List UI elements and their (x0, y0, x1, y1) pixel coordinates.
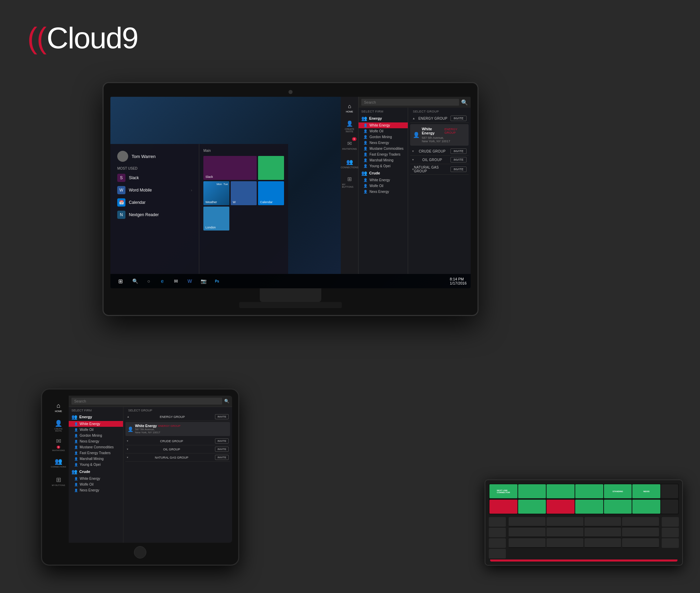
t-sidebar-home[interactable]: ⌂ HOME (50, 398, 67, 416)
num-enter[interactable] (584, 538, 621, 548)
kbd-green-2[interactable] (575, 500, 603, 514)
num-7[interactable] (584, 528, 621, 537)
app-calendar[interactable]: 📅 Calendar (115, 196, 195, 209)
sidebar-home[interactable]: ⌂ HOME (342, 100, 357, 117)
white-energy-card: 👤 White Energy ENERGY GROUP 587 5th Aven… (410, 124, 469, 146)
kbd-side-3[interactable] (489, 538, 506, 548)
kbd-btn-3[interactable] (547, 484, 575, 498)
tablet-search-input[interactable] (71, 398, 222, 405)
firm-marshall[interactable]: 👤 Marshall Mining (359, 157, 408, 163)
kbd-green-4[interactable] (632, 500, 660, 514)
t-firm-wolfe-oil[interactable]: 👤 Wolfe Oil (69, 427, 123, 433)
tile-word[interactable]: W (231, 181, 257, 205)
num-4[interactable] (622, 517, 659, 527)
num-8[interactable] (622, 528, 659, 537)
firm-crude-wolfe[interactable]: 👤 Wolfe Oil (359, 183, 408, 189)
t-sidebar-buttons[interactable]: ⊞ MY BUTTONS (50, 472, 67, 490)
kbd-side-4[interactable] (489, 549, 506, 558)
t-firm-mustane[interactable]: 👤 Mustane Commodities (69, 444, 123, 450)
kbd-side-2[interactable] (489, 528, 506, 537)
kbd-r-side-3[interactable] (662, 538, 679, 548)
num-1[interactable] (509, 517, 546, 527)
tile-london[interactable]: London (203, 207, 229, 230)
t-invite-crude[interactable]: INVITE (215, 438, 229, 444)
sidebar-connections[interactable]: 👥 CONNECTIONS (342, 155, 357, 172)
invite-energy-btn[interactable]: INVITE (450, 116, 467, 121)
num-9[interactable] (509, 538, 546, 548)
taskbar-word[interactable]: W (184, 275, 196, 287)
t-invite-natgas[interactable]: INVITE (215, 455, 229, 460)
firm-nexs-energy[interactable]: 👤 Nexs Energy (359, 140, 408, 146)
crude-group-header[interactable]: 👥 Crude (359, 169, 408, 177)
num-0[interactable] (547, 538, 583, 548)
t-energy-header[interactable]: 👥 Energy (69, 413, 123, 421)
num-2[interactable] (547, 517, 583, 527)
firm-wolfe-oil[interactable]: 👤 Wolfe Oil (359, 128, 408, 134)
tile-calendar[interactable]: Calendar (258, 181, 284, 205)
taskbar-ps[interactable]: Ps (211, 275, 223, 287)
invite-crude-btn[interactable]: INVITE (450, 148, 467, 154)
kbd-btn-6[interactable]: NEXIS (632, 484, 660, 498)
kbd-btn-4[interactable] (575, 484, 603, 498)
tile-app1[interactable] (258, 156, 284, 180)
energy-group-header[interactable]: 👥 Energy (359, 114, 408, 122)
firm-gordon-mining[interactable]: 👤 Gordon Mining (359, 134, 408, 140)
app-nextgen[interactable]: N Nextgen Reader (115, 209, 195, 221)
t-firm-marshall[interactable]: 👤 Marshall Mining (69, 456, 123, 462)
t-home-icon: ⌂ (57, 402, 60, 409)
t-crude-white[interactable]: 👤 White Energy (69, 476, 123, 482)
t-sidebar-connections[interactable]: 👥 CONNECTIONS (50, 454, 67, 472)
kbd-red-1[interactable] (489, 500, 517, 514)
tablet-home-button[interactable] (134, 546, 146, 558)
kbd-side-1[interactable] (489, 517, 506, 527)
t-invite-oil[interactable]: INVITE (215, 447, 229, 452)
taskbar-search[interactable]: 🔍 (129, 275, 141, 287)
firm-white-energy[interactable]: 👤 White Energy (359, 122, 408, 128)
t-crude-header[interactable]: 👥 Crude (69, 467, 123, 476)
sidebar-invitations[interactable]: ✉ 9 INVITATIONS (342, 136, 357, 154)
taskbar-mail[interactable]: ✉ (170, 275, 182, 287)
app-word[interactable]: W Word Mobile › (115, 184, 195, 196)
t-crude-nexs[interactable]: 👤 Nexs Energy (69, 487, 123, 493)
firm-crude-nexs[interactable]: 👤 Nexs Energy (359, 189, 408, 195)
t-firm-young[interactable]: 👤 Young & Opei (69, 462, 123, 467)
tile-weather[interactable]: Mon Tue Weather (203, 181, 229, 205)
t-sidebar-create[interactable]: 👤 CREATEINVITE (50, 417, 67, 435)
sidebar-create-invite[interactable]: 👤 CREATEINVITE (342, 118, 357, 135)
kbd-green-1[interactable] (518, 500, 546, 514)
num-clear[interactable] (622, 538, 659, 548)
t-firm-nexs[interactable]: 👤 Nexs Energy (69, 438, 123, 444)
sidebar-my-buttons[interactable]: ⊞ MY BUTTONS (342, 173, 357, 190)
num-3[interactable] (584, 517, 621, 527)
num-5[interactable] (509, 528, 546, 537)
kbd-btn-next-line[interactable]: NEXT LINECONNECTOR (489, 484, 517, 498)
kbd-r-side-1[interactable] (662, 517, 679, 527)
t-firm-gordon[interactable]: 👤 Gordon Mining (69, 433, 123, 438)
kbd-btn-5[interactable]: STANDING (604, 484, 632, 498)
num-6[interactable] (547, 528, 583, 537)
t-firm-white-energy[interactable]: 👤 White Energy (69, 421, 123, 427)
c9-search-input[interactable] (361, 99, 459, 106)
monitor-container: Tom Warren Most used S Slack W Word Mobi… (103, 82, 479, 316)
t-crude-wolfe[interactable]: 👤 Wolfe Oil (69, 482, 123, 487)
t-sidebar-invitations[interactable]: ✉ 9 INVITATIONS (50, 435, 67, 453)
kbd-red-2[interactable] (547, 500, 575, 514)
t-firm-fast[interactable]: 👤 Fast Energy Traders (69, 450, 123, 456)
kbd-green-3[interactable] (604, 500, 632, 514)
firm-mustane[interactable]: 👤 Mustane Commodities (359, 146, 408, 151)
invite-natgas-btn[interactable]: INVITE (450, 167, 467, 172)
taskbar-cam[interactable]: 📷 (197, 275, 210, 287)
firm-fast-energy[interactable]: 👤 Fast Energy Traders (359, 151, 408, 157)
kbd-r-side-2[interactable] (662, 528, 679, 537)
app-slack[interactable]: S Slack (115, 172, 195, 184)
taskbar-edge[interactable]: e (156, 275, 169, 287)
t-invite-energy[interactable]: INVITE (215, 414, 229, 419)
start-button[interactable]: ⊞ (113, 274, 127, 288)
tile-slack[interactable]: Slack (203, 156, 257, 180)
firm-crude-white[interactable]: 👤 White Energy (359, 177, 408, 183)
taskbar-cortana[interactable]: ○ (143, 275, 155, 287)
t-firm-6: Fast Energy Traders (80, 451, 111, 455)
kbd-btn-2[interactable] (518, 484, 546, 498)
invite-oil-btn[interactable]: INVITE (450, 157, 467, 162)
firm-young-opei[interactable]: 👤 Young & Opei (359, 163, 408, 169)
